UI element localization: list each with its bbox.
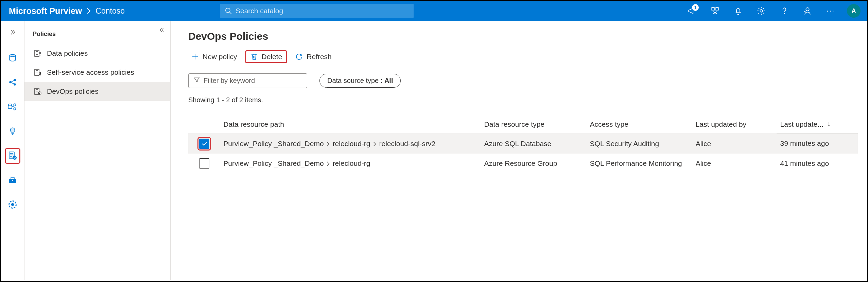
avatar[interactable]: A <box>847 4 861 18</box>
table-header-row: Data resource path Data resource type Ac… <box>188 116 858 134</box>
cell-by: Alice <box>692 134 777 154</box>
cell-path: Purview_Policy _Shared_Demorelecloud-rg <box>220 154 481 173</box>
col-path[interactable]: Data resource path <box>220 116 481 134</box>
col-at-label: Last update... <box>780 120 823 128</box>
path-seg: relecloud-sql-srv2 <box>379 140 436 147</box>
plus-icon <box>191 53 199 61</box>
refresh-button[interactable]: Refresh <box>292 51 334 62</box>
svg-rect-16 <box>12 180 13 181</box>
chevron-right-icon <box>327 142 330 146</box>
filter-keyword-field[interactable] <box>204 77 302 85</box>
search-icon <box>225 7 232 15</box>
svg-rect-2 <box>716 7 718 10</box>
subnav-item-label: Self-service access policies <box>47 68 134 76</box>
subnav-item-0[interactable]: Data policies <box>24 44 170 63</box>
toolbar: New policy Delete Refresh <box>188 47 858 67</box>
svg-rect-19 <box>35 50 39 56</box>
path-seg: relecloud-rg <box>333 140 370 147</box>
col-type[interactable]: Data resource type <box>481 116 587 134</box>
search-box[interactable] <box>220 4 414 18</box>
more-button[interactable]: ··· <box>824 4 837 18</box>
policy-icon <box>8 151 17 161</box>
svg-point-18 <box>11 203 14 206</box>
workspace-switcher-button[interactable] <box>708 4 722 18</box>
rail-policy[interactable] <box>5 149 20 163</box>
svg-rect-20 <box>35 69 39 75</box>
svg-point-0 <box>226 8 230 13</box>
table-row[interactable]: Purview_Policy _Shared_Demorelecloud-rgr… <box>188 134 858 154</box>
cell-by: Alice <box>692 154 777 173</box>
filter-keyword-input[interactable] <box>188 73 307 88</box>
subnav-item-1[interactable]: Self-service access policies <box>24 63 170 82</box>
breadcrumb[interactable]: Contoso <box>96 6 125 16</box>
help-button[interactable] <box>778 4 791 18</box>
svg-point-4 <box>784 13 785 14</box>
policies-table: Data resource path Data resource type Ac… <box>188 116 858 173</box>
doc-check-icon <box>33 87 42 95</box>
pipeline-icon <box>7 102 18 112</box>
cell-access: SQL Security Auditing <box>587 134 692 154</box>
data-source-type-filter[interactable]: Data source type : All <box>319 74 401 88</box>
row-checkbox[interactable] <box>199 139 209 149</box>
left-rail <box>1 21 24 280</box>
brand-title[interactable]: Microsoft Purview <box>9 6 82 16</box>
subnav-title: Policies <box>24 25 170 44</box>
sort-desc-icon <box>826 120 832 128</box>
toolbox-icon <box>8 176 17 186</box>
cell-path: Purview_Policy _Shared_Demorelecloud-rgr… <box>220 134 481 154</box>
settings-gear-button[interactable] <box>754 4 768 18</box>
svg-point-11 <box>14 104 16 106</box>
table-row[interactable]: Purview_Policy _Shared_Demorelecloud-rgA… <box>188 154 858 173</box>
rail-data-estate[interactable] <box>5 100 20 114</box>
svg-point-12 <box>14 108 16 110</box>
search-input[interactable] <box>236 7 409 15</box>
cell-at: 41 minutes ago <box>777 154 858 173</box>
bell-icon[interactable] <box>731 4 745 18</box>
chevron-right-icon <box>373 142 377 146</box>
col-at[interactable]: Last update... <box>777 116 858 134</box>
col-by[interactable]: Last updated by <box>692 116 777 134</box>
svg-point-8 <box>14 79 16 81</box>
app-header: Microsoft Purview Contoso 1 ··· A <box>1 1 867 21</box>
rail-data-catalog[interactable] <box>5 51 20 65</box>
rail-data-map[interactable] <box>5 75 20 90</box>
database-icon <box>8 53 17 63</box>
feedback-button[interactable] <box>801 4 814 18</box>
share-icon <box>8 78 17 88</box>
subnav-item-label: DevOps policies <box>47 87 99 95</box>
delete-label: Delete <box>262 53 282 61</box>
cell-at: 39 minutes ago <box>777 134 858 154</box>
svg-point-6 <box>10 54 15 57</box>
delete-button[interactable]: Delete <box>246 51 287 62</box>
path-seg: Purview_Policy _Shared_Demo <box>223 159 324 167</box>
breadcrumb-caret-icon <box>87 8 91 14</box>
rail-insights[interactable] <box>5 124 20 139</box>
main-content: DevOps Policies New policy Delete Refres… <box>171 21 867 280</box>
refresh-icon <box>295 53 303 61</box>
new-policy-button[interactable]: New policy <box>188 51 240 62</box>
svg-point-9 <box>14 83 16 86</box>
subnav-collapse-button[interactable] <box>159 27 166 35</box>
svg-point-5 <box>806 8 809 11</box>
row-checkbox[interactable] <box>199 158 209 169</box>
rail-expand-button[interactable] <box>5 25 20 39</box>
trash-icon <box>250 53 258 61</box>
subnav-item-label: Data policies <box>47 49 88 57</box>
header-actions: 1 ··· A <box>685 4 861 18</box>
svg-point-3 <box>760 10 762 12</box>
new-policy-label: New policy <box>203 53 237 61</box>
filter-row: Data source type : All <box>188 67 858 96</box>
notifications-megaphone-button[interactable]: 1 <box>685 4 699 18</box>
pill-prefix: Data source type : <box>327 77 384 84</box>
svg-point-10 <box>8 104 12 105</box>
rail-privacy[interactable] <box>5 198 20 212</box>
rail-management[interactable] <box>5 173 20 188</box>
subnav-item-2[interactable]: DevOps policies <box>24 82 170 101</box>
doc-people-icon <box>33 68 42 76</box>
cell-type: Azure Resource Group <box>481 154 587 173</box>
lightbulb-icon <box>8 127 17 137</box>
svg-rect-1 <box>712 7 714 10</box>
policy-subnav: Policies Data policiesSelf-service acces… <box>24 21 171 280</box>
col-access[interactable]: Access type <box>587 116 692 134</box>
refresh-label: Refresh <box>307 53 332 61</box>
